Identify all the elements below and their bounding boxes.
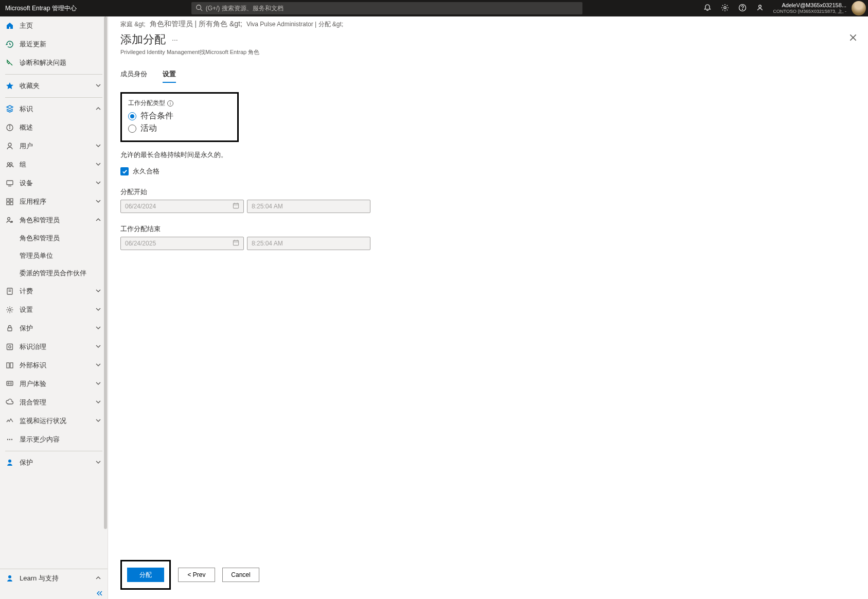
tab-label: 设置 [163,70,176,78]
sidebar-item-label: 组 [20,160,95,169]
cancel-button[interactable]: Cancel [222,568,259,582]
svg-point-5 [758,5,761,7]
end-date-input[interactable]: 06/24/2025 [120,237,244,250]
sidebar-item-protect[interactable]: 保护 [0,319,108,338]
tab-members[interactable]: 成员身份 [120,69,147,83]
divider [5,74,102,75]
sidebar-item-favorites[interactable]: 收藏夹 [0,77,108,95]
sidebar-item-identity[interactable]: 标识 [0,100,108,118]
gear-icon [5,306,14,314]
svg-point-2 [723,6,725,8]
sidebar-sub-label: 管理员单位 [20,251,53,260]
person-blue-icon [5,459,14,467]
assign-button[interactable]: 分配 [127,568,164,582]
tab-settings[interactable]: 设置 [163,69,176,83]
user-info[interactable]: AdeleV@M365x032158... CONTOSO (M365X0321… [770,2,849,14]
close-blade-button[interactable] [848,33,858,44]
search-icon [196,4,206,13]
sidebar-item-hybrid[interactable]: 混合管理 [0,393,108,412]
settings-icon[interactable] [721,4,729,13]
sidebar-item-label: 应用程序 [20,197,95,206]
sidebar-scroll[interactable]: 主页 最近更新 诊断和解决问题 收藏夹 标识 [0,16,108,569]
sidebar-item-monitoring[interactable]: 监视和运行状况 [0,412,108,430]
sidebar-sub-roles-admins[interactable]: 角色和管理员 [0,230,108,247]
breadcrumb-role-detail[interactable]: Viva Pulse Administrator | 分配 &gt; [246,20,343,29]
sidebar-item-label: 收藏夹 [20,81,95,91]
prev-button[interactable]: < Prev [178,568,215,582]
breadcrumb: 家庭 &gt; 角色和管理员 | 所有角色 &gt; Viva Pulse Ad… [120,20,856,29]
sidebar-item-groups[interactable]: 组 [0,155,108,174]
breadcrumb-roles[interactable]: 角色和管理员 | 所有角色 &gt; [150,20,242,29]
sidebar-item-apps[interactable]: 应用程序 [0,192,108,211]
radio-active[interactable]: 活动 [128,123,231,134]
checkbox-permanent[interactable]: 永久合格 [120,167,856,176]
end-date-group: 工作分配结束 06/24/2025 8:25:04 AM [120,224,856,250]
sidebar-sub-label: 委派的管理员合作伙伴 [20,269,86,278]
radio-label: 活动 [140,123,157,134]
tab-label: 成员身份 [120,70,147,78]
search-input[interactable]: (G+/) 搜索资源、服务和文档 [191,2,582,14]
scrollbar-thumb[interactable] [104,16,107,529]
svg-point-23 [9,309,11,311]
sidebar-item-label: 保护 [20,458,95,467]
sidebar-sub-admin-units[interactable]: 管理员单位 [0,247,108,265]
search-wrap: (G+/) 搜索资源、服务和文档 [77,2,697,14]
assign-button-highlight: 分配 [120,560,171,590]
sidebar-item-overview[interactable]: 概述 [0,118,108,137]
button-label: 分配 [139,571,152,579]
feedback-icon[interactable] [756,4,764,13]
chevron-up-icon [95,105,102,113]
home-icon [5,22,14,30]
sidebar-item-users[interactable]: 用户 [0,137,108,155]
sidebar-bottom-fixed: Learn 与支持 [0,569,108,599]
radio-label: 符合条件 [140,111,173,121]
sidebar-sub-delegated-partners[interactable]: 委派的管理员合作伙伴 [0,265,108,282]
sidebar-item-label: 角色和管理员 [20,216,95,225]
diagnose-icon [5,59,14,67]
divider [5,451,102,451]
shell: 主页 最近更新 诊断和解决问题 收藏夹 标识 [0,16,868,599]
sidebar-item-external-identity[interactable]: 外部标识 [0,356,108,375]
sidebar-item-label: 诊断和解决问题 [20,58,102,67]
group-icon [5,161,14,169]
start-date-input[interactable]: 06/24/2024 [120,200,244,213]
hybrid-icon [5,398,14,407]
help-icon[interactable] [738,4,747,13]
start-time-input[interactable]: 8:25:04 AM [247,200,370,213]
svg-point-37 [8,575,11,578]
sidebar-item-home[interactable]: 主页 [0,16,108,35]
sidebar-item-protect-2[interactable]: 保护 [0,453,108,472]
sidebar: 主页 最近更新 诊断和解决问题 收藏夹 标识 [0,16,108,599]
sidebar-item-show-less[interactable]: 显示更少内容 [0,430,108,449]
svg-point-18 [8,218,10,220]
sidebar-item-label: 显示更少内容 [20,435,102,444]
more-actions-icon[interactable]: ··· [172,36,178,44]
breadcrumb-home[interactable]: 家庭 &gt; [120,20,146,29]
notifications-icon[interactable] [703,4,712,13]
sidebar-item-diagnose[interactable]: 诊断和解决问题 [0,54,108,72]
page-subtitle: Privileged Identity Management找Microsoft… [120,48,856,56]
svg-rect-15 [10,199,13,201]
sidebar-item-user-experience[interactable]: 用户体验 [0,375,108,393]
avatar[interactable] [852,1,866,15]
sidebar-scrollbar[interactable] [103,16,108,599]
sidebar-item-recent[interactable]: 最近更新 [0,35,108,54]
sidebar-item-roles[interactable]: 角色和管理员 [0,211,108,230]
chevron-down-icon [95,180,102,187]
radio-eligible[interactable]: 符合条件 [128,111,231,121]
sidebar-item-settings[interactable]: 设置 [0,301,108,319]
end-time-input[interactable]: 8:25:04 AM [247,237,370,250]
svg-rect-16 [7,202,9,205]
sidebar-item-learn-support[interactable]: Learn 与支持 [0,569,108,588]
chevron-down-icon [95,306,102,314]
sidebar-item-governance[interactable]: 标识治理 [0,338,108,356]
svg-point-4 [742,9,742,10]
sidebar-item-label: 主页 [20,21,102,30]
svg-rect-14 [7,199,9,201]
sidebar-item-label: Learn 与支持 [20,574,95,583]
info-icon[interactable]: i [167,100,173,107]
sidebar-item-billing[interactable]: 计费 [0,282,108,301]
sidebar-item-devices[interactable]: 设备 [0,174,108,192]
collapse-sidebar-button[interactable] [0,588,108,599]
tenant-name: CONTOSO (M365X0321S873, 上, - [773,8,846,14]
